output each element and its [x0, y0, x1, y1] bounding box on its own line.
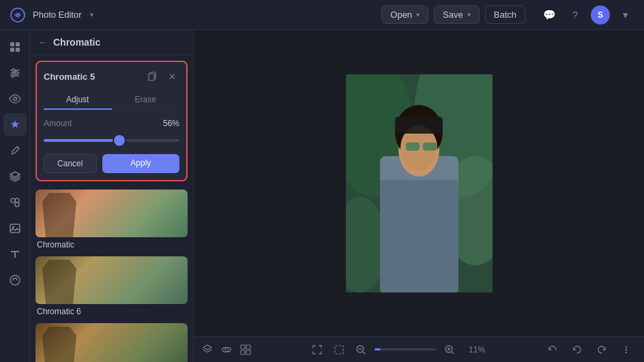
open-chevron-icon: ▾	[416, 11, 420, 18]
zoom-in-button[interactable]	[441, 342, 458, 358]
active-filter-name: Chromatic 5	[44, 72, 95, 82]
help-icon[interactable]: ?	[565, 5, 585, 25]
sidebar-item-text[interactable]	[3, 243, 27, 266]
sidebar-item-home[interactable]	[3, 35, 27, 59]
filter-label: Chromatic	[35, 237, 188, 252]
svg-point-45	[626, 346, 627, 347]
sidebar-item-effects[interactable]	[3, 113, 27, 136]
active-filter-card-header: Chromatic 5 ✕	[44, 69, 179, 84]
open-button[interactable]: Open ▾	[381, 5, 428, 24]
filter-list: Chromatic Chromatic 6 Chromatic 7 Chroma…	[30, 187, 193, 362]
adjust-erase-tabs: Adjust Erase	[44, 91, 179, 110]
more-options-icon[interactable]	[617, 340, 636, 359]
icon-sidebar	[0, 30, 30, 362]
apply-button[interactable]: Apply	[102, 154, 179, 173]
svg-rect-33	[241, 345, 245, 349]
reset-icon[interactable]	[543, 340, 562, 359]
svg-rect-18	[149, 74, 154, 80]
filter-label: Chromatic 6	[35, 304, 188, 319]
tab-adjust[interactable]: Adjust	[44, 91, 112, 110]
svg-point-14	[15, 198, 19, 202]
filter-thumbnail	[35, 323, 188, 362]
photo-image	[346, 74, 493, 292]
filter-panel: ← Chromatic Chromatic 5 ✕ Adjust	[30, 30, 194, 362]
account-chevron-icon[interactable]: ▾	[615, 5, 636, 25]
svg-rect-29	[395, 117, 443, 134]
svg-rect-25	[380, 180, 458, 292]
filter-thumbnail	[35, 190, 188, 237]
sidebar-item-view[interactable]	[3, 87, 27, 110]
zoom-controls: 11%	[309, 342, 485, 358]
canvas-main[interactable]	[194, 30, 644, 336]
topbar: Photo Editor ▾ Open ▾ Save ▾ Batch 💬 ? S…	[0, 0, 644, 30]
svg-rect-34	[246, 345, 250, 349]
duplicate-icon[interactable]	[145, 69, 160, 84]
svg-point-9	[15, 72, 18, 74]
svg-line-40	[363, 352, 365, 354]
canvas-area: 11%	[194, 30, 644, 362]
sidebar-item-brush[interactable]	[3, 139, 27, 162]
sidebar-item-layers[interactable]	[3, 165, 27, 188]
layers-bottom-icon[interactable]	[202, 344, 213, 355]
sidebar-item-adjustments[interactable]	[3, 61, 27, 85]
svg-point-47	[626, 351, 627, 352]
svg-point-12	[11, 198, 15, 202]
topbar-actions: 💬 ? S ▾	[539, 5, 636, 25]
list-item[interactable]: Chromatic	[35, 190, 188, 252]
bottom-left-icons	[202, 344, 251, 355]
close-icon[interactable]: ✕	[164, 69, 179, 84]
app-name: Photo Editor	[33, 10, 82, 20]
amount-slider[interactable]	[44, 135, 179, 146]
cancel-button[interactable]: Cancel	[44, 154, 97, 173]
amount-value: 56%	[163, 119, 179, 128]
slider-thumb[interactable]	[114, 135, 125, 146]
main-area: ← Chromatic Chromatic 5 ✕ Adjust	[0, 30, 644, 362]
svg-point-8	[12, 69, 15, 72]
list-item[interactable]: Chromatic 6	[35, 256, 188, 319]
svg-rect-30	[406, 142, 420, 151]
card-buttons: Cancel Apply	[44, 154, 179, 173]
filter-panel-header: ← Chromatic	[30, 30, 193, 55]
active-filter-card: Chromatic 5 ✕ Adjust Erase Amount	[35, 61, 188, 181]
svg-rect-35	[241, 350, 245, 355]
tab-erase[interactable]: Erase	[112, 91, 180, 110]
batch-button[interactable]: Batch	[485, 5, 525, 24]
svg-point-11	[13, 97, 16, 101]
svg-rect-31	[423, 142, 437, 151]
svg-point-13	[15, 202, 19, 207]
svg-point-10	[12, 74, 14, 77]
redo-button[interactable]	[592, 340, 611, 359]
fit-view-icon[interactable]	[309, 342, 325, 358]
sidebar-item-objects[interactable]	[3, 191, 27, 214]
bottom-bar: 11%	[194, 336, 644, 362]
amount-label: Amount	[44, 119, 72, 128]
save-chevron-icon: ▾	[467, 11, 471, 18]
sidebar-item-image[interactable]	[3, 217, 27, 240]
zoom-to-selection-icon[interactable]	[331, 342, 347, 358]
svg-rect-37	[335, 346, 343, 354]
undo-button[interactable]	[568, 340, 587, 359]
save-button[interactable]: Save ▾	[434, 5, 480, 24]
zoom-out-button[interactable]	[353, 342, 369, 358]
svg-point-46	[626, 348, 627, 350]
svg-point-16	[12, 226, 14, 228]
app-logo	[8, 5, 27, 25]
filter-thumbnail	[35, 256, 188, 304]
zoom-slider[interactable]	[375, 348, 436, 350]
sidebar-item-mask[interactable]	[3, 269, 27, 292]
photo-container	[346, 74, 493, 292]
svg-rect-4	[16, 48, 20, 52]
avatar[interactable]: S	[591, 5, 610, 25]
grid-bottom-icon[interactable]	[240, 344, 251, 355]
svg-rect-36	[246, 350, 250, 355]
zoom-value: 11%	[463, 345, 485, 355]
back-button[interactable]: ←	[38, 37, 48, 48]
chat-icon[interactable]: 💬	[539, 5, 559, 25]
link-bottom-icon[interactable]	[221, 344, 232, 355]
svg-line-44	[452, 352, 454, 354]
amount-row: Amount 56%	[44, 119, 179, 128]
svg-rect-3	[10, 48, 14, 52]
list-item[interactable]: Chromatic 7	[35, 323, 188, 362]
app-chevron-icon[interactable]: ▾	[90, 11, 93, 18]
filter-panel-title: Chromatic	[53, 37, 100, 48]
